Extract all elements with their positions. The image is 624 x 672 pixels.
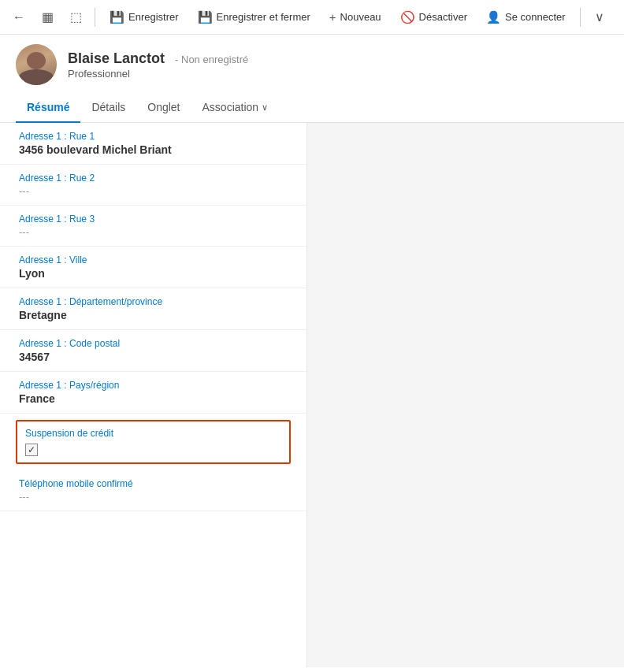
restore-button[interactable]: ⬚ bbox=[63, 5, 88, 30]
save-button[interactable]: 💾 Enregistrer bbox=[102, 6, 187, 28]
back-button[interactable]: ← bbox=[6, 5, 32, 30]
field-label-address1-rue1: Adresse 1 : Rue 1 bbox=[19, 131, 288, 142]
field-value-address1-ville: Lyon bbox=[19, 267, 288, 280]
more-button[interactable]: ∨ bbox=[587, 5, 612, 30]
credit-suspension-checkbox[interactable]: ✓ bbox=[25, 444, 38, 456]
connect-icon: 👤 bbox=[486, 10, 501, 24]
chevron-down-icon: ∨ bbox=[262, 102, 268, 113]
field-address1-postal: Adresse 1 : Code postal 34567 bbox=[0, 330, 306, 372]
field-address1-rue2: Adresse 1 : Rue 2 --- bbox=[0, 165, 306, 206]
field-value-address1-pays: France bbox=[19, 392, 288, 405]
deactivate-label: Désactiver bbox=[419, 11, 467, 23]
form-icon: ▦ bbox=[42, 9, 54, 24]
header-info: Blaise Lanctot - Non enregistré Professi… bbox=[68, 50, 248, 80]
content-area: Adresse 1 : Rue 1 3456 boulevard Michel … bbox=[0, 123, 624, 667]
deactivate-icon: 🚫 bbox=[400, 10, 415, 24]
tab-bar: Résumé Détails Onglet Association ∨ bbox=[0, 93, 624, 123]
record-name: Blaise Lanctot - Non enregistré bbox=[68, 50, 248, 67]
tab-onglet[interactable]: Onglet bbox=[136, 93, 191, 123]
save-close-label: Enregistrer et fermer bbox=[217, 11, 310, 23]
new-button[interactable]: + Nouveau bbox=[321, 6, 389, 28]
field-address1-rue3: Adresse 1 : Rue 3 --- bbox=[0, 206, 306, 247]
field-address1-ville: Adresse 1 : Ville Lyon bbox=[0, 247, 306, 288]
field-label-phone-mobile: Téléphone mobile confirmé bbox=[19, 478, 288, 489]
save-label: Enregistrer bbox=[128, 11, 179, 23]
restore-icon: ⬚ bbox=[70, 9, 82, 24]
deactivate-button[interactable]: 🚫 Désactiver bbox=[392, 6, 475, 28]
new-icon: + bbox=[329, 10, 336, 24]
credit-suspension-section: Suspension de crédit ✓ bbox=[16, 420, 291, 464]
suspension-label: Suspension de crédit bbox=[25, 428, 281, 439]
field-value-address1-rue1: 3456 boulevard Michel Briant bbox=[19, 143, 288, 156]
field-address1-rue1: Adresse 1 : Rue 1 3456 boulevard Michel … bbox=[0, 123, 306, 165]
avatar-image bbox=[16, 44, 57, 85]
more-icon: ∨ bbox=[595, 9, 604, 24]
field-value-address1-rue2: --- bbox=[19, 185, 288, 197]
field-label-address1-postal: Adresse 1 : Code postal bbox=[19, 338, 288, 349]
field-label-address1-pays: Adresse 1 : Pays/région bbox=[19, 380, 288, 391]
avatar bbox=[16, 44, 57, 85]
toolbar: ← ▦ ⬚ 💾 Enregistrer 💾 Enregistrer et fer… bbox=[0, 0, 624, 35]
field-phone-mobile: Téléphone mobile confirmé --- bbox=[0, 470, 306, 511]
toolbar-divider-1 bbox=[95, 8, 95, 27]
field-label-address1-rue3: Adresse 1 : Rue 3 bbox=[19, 213, 288, 225]
save-close-icon: 💾 bbox=[198, 10, 213, 24]
main-panel: Adresse 1 : Rue 1 3456 boulevard Michel … bbox=[0, 123, 307, 667]
field-label-address1-dept: Adresse 1 : Département/province bbox=[19, 296, 288, 307]
not-saved-badge: - Non enregistré bbox=[175, 54, 248, 65]
field-label-address1-ville: Adresse 1 : Ville bbox=[19, 254, 288, 265]
field-label-address1-rue2: Adresse 1 : Rue 2 bbox=[19, 173, 288, 184]
field-value-address1-postal: 34567 bbox=[19, 351, 288, 363]
field-value-address1-rue3: --- bbox=[19, 226, 288, 238]
back-icon: ← bbox=[13, 10, 25, 24]
form-view-button[interactable]: ▦ bbox=[35, 5, 60, 30]
new-label: Nouveau bbox=[340, 11, 381, 23]
tab-association[interactable]: Association ∨ bbox=[191, 93, 280, 123]
checkbox-container: ✓ bbox=[25, 444, 281, 456]
field-address1-dept: Adresse 1 : Département/province Bretagn… bbox=[0, 288, 306, 330]
record-subtitle: Professionnel bbox=[68, 68, 248, 80]
tab-resume[interactable]: Résumé bbox=[16, 93, 80, 123]
field-address1-pays: Adresse 1 : Pays/région France bbox=[0, 372, 306, 414]
connect-label: Se connecter bbox=[505, 11, 566, 23]
tab-details[interactable]: Détails bbox=[80, 93, 136, 123]
field-value-address1-dept: Bretagne bbox=[19, 309, 288, 321]
toolbar-divider-2 bbox=[580, 8, 581, 27]
save-close-button[interactable]: 💾 Enregistrer et fermer bbox=[190, 6, 318, 28]
checkmark-icon: ✓ bbox=[28, 444, 35, 455]
connect-button[interactable]: 👤 Se connecter bbox=[478, 6, 574, 28]
side-panel bbox=[307, 123, 624, 667]
save-icon: 💾 bbox=[110, 10, 124, 24]
record-header: Blaise Lanctot - Non enregistré Professi… bbox=[0, 35, 624, 93]
field-value-phone-mobile: --- bbox=[19, 491, 288, 503]
